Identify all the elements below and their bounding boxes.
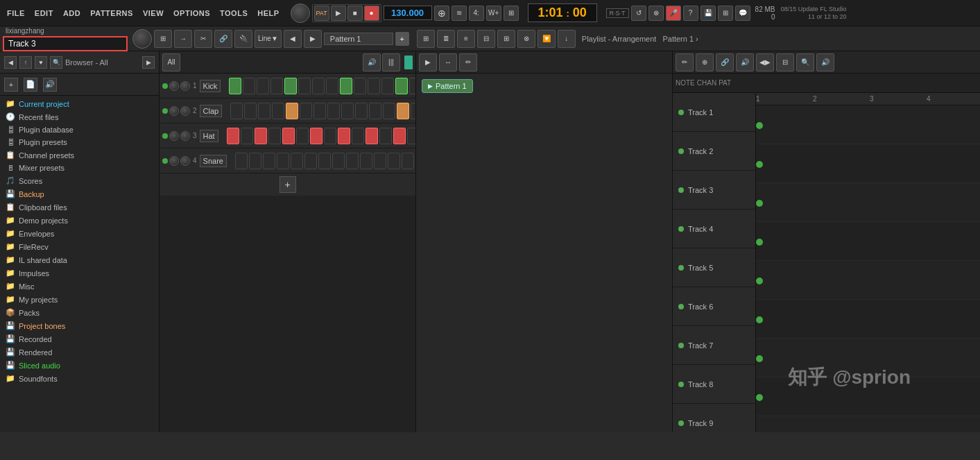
mini-knob1-1[interactable]	[169, 106, 179, 116]
beat-pad-2-13[interactable]	[407, 128, 416, 144]
sidebar-item-13[interactable]: 📁 Impulses	[0, 266, 159, 280]
beat-pad-0-0[interactable]	[229, 78, 241, 94]
icon-redo[interactable]: ⊗	[648, 6, 664, 21]
beat-pad-3-8[interactable]	[346, 153, 359, 169]
master-volume-knob[interactable]	[291, 3, 310, 23]
grid-row-7[interactable]	[756, 377, 980, 416]
sidebar-item-2[interactable]: 🎛 Plugin database	[0, 123, 159, 136]
pl-btn-vol[interactable]: 🔊	[736, 53, 754, 71]
icon-save[interactable]: 💾	[700, 6, 716, 21]
beat-pad-2-7[interactable]	[324, 128, 336, 144]
sidebar-item-0[interactable]: 📁 Current project	[0, 97, 159, 110]
sidebar-item-4[interactable]: 📋 Channel presets	[0, 148, 159, 162]
track-name-input[interactable]	[3, 36, 128, 51]
beat-pad-3-9[interactable]	[360, 153, 372, 169]
mini-knob1-3[interactable]	[169, 156, 179, 166]
menu-item-file[interactable]: FILE	[3, 6, 29, 20]
play-button[interactable]: ▶	[331, 6, 346, 21]
playlist-btn-2[interactable]: ≣	[437, 30, 455, 48]
beat-pad-0-12[interactable]	[395, 78, 408, 94]
beat-pad-3-4[interactable]	[291, 153, 303, 169]
icon-btn-2[interactable]: ≋	[452, 6, 467, 21]
mini-knob2-1[interactable]	[180, 106, 190, 116]
icon-undo[interactable]: ↺	[631, 6, 646, 21]
sidebar-item-12[interactable]: 📁 IL shared data	[0, 253, 159, 266]
beat-pad-2-9[interactable]	[352, 128, 364, 144]
beat-pad-3-7[interactable]	[332, 153, 345, 169]
playlist-btn-3[interactable]: ≡	[457, 30, 475, 48]
sidebar-icon-add[interactable]: +	[4, 78, 18, 92]
mini-knob1-2[interactable]	[169, 131, 179, 141]
beat-pad-3-10[interactable]	[374, 153, 386, 169]
beat-pad-0-8[interactable]	[340, 78, 352, 94]
icon-app[interactable]: ⊞	[718, 6, 733, 21]
pattern-h-btn-3[interactable]: ✏	[459, 53, 477, 71]
sidebar-icon-speaker[interactable]: 🔊	[43, 78, 57, 92]
icon-chat[interactable]: 💬	[735, 6, 750, 21]
icon-btn-5[interactable]: ⊞	[504, 6, 519, 21]
track-label-3[interactable]: Track 4	[673, 210, 755, 248]
beat-pad-2-11[interactable]	[379, 128, 392, 144]
track-label-1[interactable]: Track 2	[673, 132, 755, 171]
track-label-6[interactable]: Track 7	[673, 326, 755, 365]
beat-pad-0-13[interactable]	[409, 78, 416, 94]
sidebar-item-21[interactable]: 📁 Soundfonts	[0, 372, 159, 385]
beat-pad-1-0[interactable]	[230, 103, 243, 119]
menu-item-options[interactable]: OPTIONS	[169, 6, 214, 20]
beat-pad-1-12[interactable]	[397, 103, 409, 119]
record-button[interactable]: ●	[364, 6, 379, 21]
track-label-0[interactable]: Track 1	[673, 93, 755, 132]
beat-pad-0-5[interactable]	[298, 78, 311, 94]
grid-row-8[interactable]	[756, 416, 980, 432]
beat-pad-2-3[interactable]	[268, 128, 281, 144]
beat-pad-3-11[interactable]	[388, 153, 400, 169]
sidebar-item-19[interactable]: 💾 Rendered	[0, 346, 159, 359]
grid-row-2[interactable]	[756, 183, 980, 222]
beat-pad-2-8[interactable]	[338, 128, 350, 144]
mini-knob2-0[interactable]	[180, 81, 190, 91]
beat-pad-0-2[interactable]	[257, 78, 269, 94]
link-btn[interactable]: 🔗	[214, 30, 232, 48]
sidebar-item-5[interactable]: 🎚 Mixer presets	[0, 162, 159, 174]
pl-btn-speaker[interactable]: 🔊	[816, 53, 834, 71]
sidebar-fav-btn[interactable]: ♥	[35, 56, 47, 69]
sidebar-item-15[interactable]: 📁 My projects	[0, 293, 159, 306]
playlist-btn-5[interactable]: ⊞	[497, 30, 515, 48]
sidebar-up-btn[interactable]: ↑	[19, 56, 32, 69]
sidebar-item-14[interactable]: 📁 Misc	[0, 280, 159, 293]
track-label-8[interactable]: Track 9	[673, 404, 755, 432]
playlist-btn-8[interactable]: ↓	[558, 30, 576, 48]
playlist-btn-6[interactable]: ⊗	[517, 30, 535, 48]
beat-pad-2-10[interactable]	[366, 128, 378, 144]
beat-pad-1-13[interactable]	[411, 103, 416, 119]
line-selector[interactable]: Line ▼	[255, 30, 282, 48]
beat-pad-3-3[interactable]	[277, 153, 289, 169]
grid-row-5[interactable]	[756, 300, 980, 339]
sidebar-close-btn[interactable]: ▶	[142, 56, 155, 69]
sidebar-item-8[interactable]: 📋 Clipboard files	[0, 201, 159, 214]
sidebar-item-18[interactable]: 💾 Recorded	[0, 332, 159, 346]
menu-item-help[interactable]: HELP	[253, 6, 283, 20]
track-label-4[interactable]: Track 5	[673, 248, 755, 287]
beat-pad-1-6[interactable]	[313, 103, 326, 119]
icon-btn-4[interactable]: W+	[486, 6, 501, 21]
beat-pad-3-5[interactable]	[304, 153, 317, 169]
beat-pad-0-3[interactable]	[270, 78, 283, 94]
beat-pad-1-8[interactable]	[341, 103, 354, 119]
playlist-btn-7[interactable]: 🔽	[538, 30, 556, 48]
track-knob[interactable]	[132, 29, 152, 49]
sidebar-item-10[interactable]: 📁 Envelopes	[0, 227, 159, 240]
sidebar-item-16[interactable]: 📦 Packs	[0, 306, 159, 319]
pattern-add-btn[interactable]: +	[395, 32, 409, 46]
beat-grid-btn[interactable]: |||	[382, 53, 400, 71]
beat-pad-3-6[interactable]	[318, 153, 331, 169]
beat-pad-2-0[interactable]	[227, 128, 239, 144]
menu-item-add[interactable]: ADD	[59, 6, 85, 20]
beat-all-btn[interactable]: All	[162, 53, 180, 71]
beat-vol-btn[interactable]: 🔊	[363, 53, 381, 71]
beat-pad-1-2[interactable]	[258, 103, 270, 119]
stop-button[interactable]: ■	[347, 6, 363, 21]
beat-pad-3-12[interactable]	[402, 153, 414, 169]
beat-pad-2-2[interactable]	[255, 128, 267, 144]
pattern-block[interactable]: ▶ Pattern 1	[422, 79, 473, 93]
